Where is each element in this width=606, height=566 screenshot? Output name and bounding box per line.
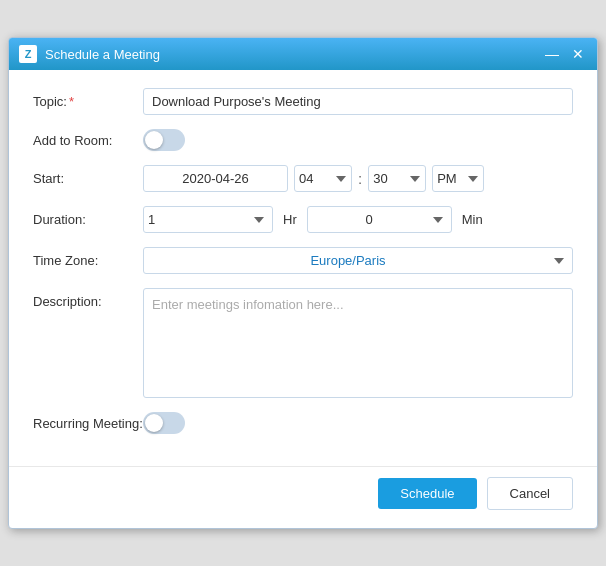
- start-controls: 04 : 30 PM AM: [143, 165, 484, 192]
- start-date-input[interactable]: [143, 165, 288, 192]
- hr-unit-label: Hr: [283, 212, 297, 227]
- recurring-toggle-knob: [145, 414, 163, 432]
- start-label: Start:: [33, 171, 143, 186]
- duration-min-select[interactable]: 0 5 10: [307, 206, 452, 233]
- add-to-room-toggle[interactable]: [143, 129, 185, 151]
- timezone-row: Time Zone: Europe/Paris America/New_York…: [33, 247, 573, 274]
- titlebar-controls: — ✕: [543, 47, 587, 61]
- required-indicator: *: [69, 94, 74, 109]
- add-to-room-row: Add to Room:: [33, 129, 573, 151]
- add-to-room-label: Add to Room:: [33, 133, 143, 148]
- recurring-label: Recurring Meeting:: [33, 416, 143, 431]
- minimize-button[interactable]: —: [543, 47, 561, 61]
- min-unit-label: Min: [462, 212, 483, 227]
- titlebar-left: Z Schedule a Meeting: [19, 45, 160, 63]
- close-button[interactable]: ✕: [569, 47, 587, 61]
- window-title: Schedule a Meeting: [45, 47, 160, 62]
- cancel-button[interactable]: Cancel: [487, 477, 573, 510]
- duration-controls: 1 0 2 Hr 0 5 10 Min: [143, 206, 487, 233]
- duration-row: Duration: 1 0 2 Hr 0 5 10 Min: [33, 206, 573, 233]
- toggle-knob: [145, 131, 163, 149]
- app-icon: Z: [19, 45, 37, 63]
- description-row: Description:: [33, 288, 573, 398]
- form-content: Topic:* Add to Room: Start: 04 : 30: [9, 70, 597, 466]
- schedule-meeting-window: Z Schedule a Meeting — ✕ Topic:* Add to …: [8, 37, 598, 529]
- topic-input[interactable]: [143, 88, 573, 115]
- start-minute-select[interactable]: 30: [368, 165, 426, 192]
- timezone-select[interactable]: Europe/Paris America/New_York America/Lo…: [143, 247, 573, 274]
- titlebar: Z Schedule a Meeting — ✕: [9, 38, 597, 70]
- topic-label: Topic:*: [33, 94, 143, 109]
- recurring-row: Recurring Meeting:: [33, 412, 573, 434]
- time-separator: :: [358, 170, 362, 187]
- topic-row: Topic:*: [33, 88, 573, 115]
- timezone-label: Time Zone:: [33, 253, 143, 268]
- duration-label: Duration:: [33, 212, 143, 227]
- start-hour-select[interactable]: 04: [294, 165, 352, 192]
- schedule-button[interactable]: Schedule: [378, 478, 476, 509]
- footer: Schedule Cancel: [9, 466, 597, 528]
- description-textarea[interactable]: [143, 288, 573, 398]
- recurring-toggle[interactable]: [143, 412, 185, 434]
- start-ampm-select[interactable]: PM AM: [432, 165, 484, 192]
- duration-hr-select[interactable]: 1 0 2: [143, 206, 273, 233]
- start-row: Start: 04 : 30 PM AM: [33, 165, 573, 192]
- description-label: Description:: [33, 288, 143, 309]
